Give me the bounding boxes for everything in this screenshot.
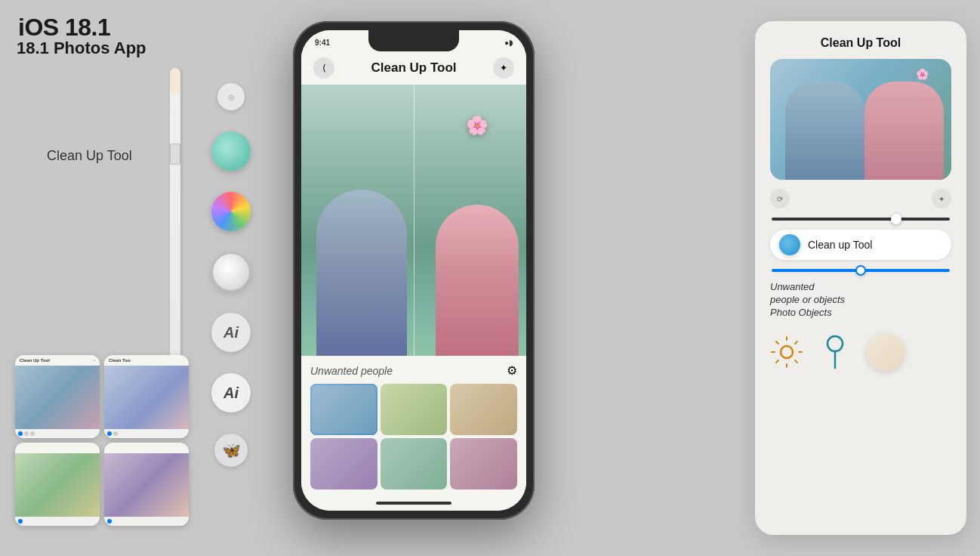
mini-screen-1-photo bbox=[15, 366, 100, 429]
mini-screen-4-bottom bbox=[104, 517, 189, 526]
mini-dot-blue-4 bbox=[107, 519, 112, 524]
left-clean-up-label: Clean Up Tool bbox=[47, 148, 132, 164]
header: iOS 18.1 18.1 Photos App bbox=[14, 14, 146, 58]
tool-sm-icon: ◎ bbox=[228, 93, 235, 101]
thumbnail-2[interactable] bbox=[381, 384, 448, 435]
svg-line-6 bbox=[795, 360, 797, 363]
phone-screen: 9:41 ●◗ ⟨ Clean Up Tool ✦ 🌸 Unwanted peo… bbox=[301, 30, 526, 511]
rp-slider-1-thumb[interactable] bbox=[891, 214, 901, 224]
tool-ai-badge-1[interactable]: Ai bbox=[211, 313, 251, 352]
svg-line-7 bbox=[795, 341, 797, 344]
rp-person-left bbox=[785, 82, 864, 180]
thumbnail-1[interactable] bbox=[310, 384, 378, 435]
rp-bottom-decoration bbox=[867, 333, 904, 371]
mini-screen-2-photo bbox=[104, 366, 189, 429]
svg-point-9 bbox=[827, 336, 843, 351]
thumbnail-5[interactable] bbox=[381, 438, 448, 490]
rp-label-block: Unwanted people or objects Photo Objects bbox=[770, 281, 951, 318]
rp-controls-row: ⟳ ✦ bbox=[770, 189, 951, 208]
person-left-silhouette bbox=[316, 190, 407, 356]
phone-photo-area: 🌸 bbox=[301, 85, 526, 356]
rp-button-icon bbox=[779, 234, 800, 255]
rp-icon-left-symbol: ⟳ bbox=[777, 195, 783, 203]
right-panel-title: Clean Up Tool bbox=[770, 36, 951, 50]
mini-screen-4[interactable] bbox=[104, 443, 189, 526]
rp-icon-left[interactable]: ⟳ bbox=[770, 189, 790, 208]
mini-dot-blue-3 bbox=[18, 519, 23, 524]
status-time: 9:41 bbox=[315, 39, 330, 47]
mini-screen-3-bottom bbox=[15, 517, 100, 526]
rp-icon-row bbox=[770, 327, 951, 371]
thumbnail-4[interactable] bbox=[310, 438, 378, 490]
mini-screen-3[interactable] bbox=[15, 443, 100, 526]
rp-icon-right[interactable]: ✦ bbox=[932, 189, 951, 208]
tool-rainbow-circle[interactable] bbox=[211, 192, 251, 231]
mini-screen-4-header bbox=[104, 443, 189, 453]
mini-2-title: Clean Too bbox=[109, 358, 131, 363]
svg-point-0 bbox=[781, 346, 793, 358]
mini-dot-gray-1 bbox=[24, 431, 29, 436]
mini-dot-blue-2 bbox=[107, 431, 112, 436]
mini-screen-2-header: Clean Too bbox=[104, 355, 189, 366]
rp-slider-1[interactable] bbox=[770, 218, 951, 221]
bottom-label-row: Unwanted people ⚙ bbox=[310, 363, 517, 378]
rp-blue-slider-track bbox=[772, 269, 950, 272]
phone-nav-title: Clean Up Tool bbox=[371, 60, 456, 76]
rp-slider-2[interactable] bbox=[770, 269, 951, 272]
tool-small-circle[interactable]: ◎ bbox=[217, 83, 245, 110]
thumbnail-6[interactable] bbox=[450, 438, 517, 490]
status-icons: ●◗ bbox=[504, 39, 513, 47]
thumbnail-3[interactable] bbox=[450, 384, 517, 435]
nav-action-icon[interactable]: ✦ bbox=[493, 57, 514, 79]
photo-divider-line bbox=[414, 85, 414, 356]
mini-screen-1[interactable]: Clean Up Tool · bbox=[15, 355, 100, 438]
pencil-body bbox=[170, 68, 180, 385]
mini-dot-blue-1 bbox=[18, 431, 23, 436]
home-bar-indicator bbox=[376, 502, 451, 505]
bottom-action-icon[interactable]: ⚙ bbox=[507, 363, 517, 378]
mini-4-title bbox=[109, 446, 110, 450]
mini-3-title bbox=[20, 446, 21, 450]
rp-slider-1-track bbox=[772, 218, 950, 221]
nav-back-icon[interactable]: ⟨ bbox=[313, 57, 334, 79]
mini-1-title: Clean Up Tool bbox=[20, 358, 50, 363]
mini-screen-4-photo bbox=[104, 453, 189, 517]
mini-screen-2-bottom bbox=[104, 429, 189, 438]
phone-home-bar bbox=[301, 496, 526, 511]
phone-notch bbox=[368, 30, 459, 51]
header-row: iOS 18.1 bbox=[14, 14, 146, 42]
svg-line-5 bbox=[776, 341, 778, 344]
person-right-silhouette bbox=[436, 205, 519, 356]
right-panel-people bbox=[770, 82, 951, 180]
pencil-button bbox=[170, 144, 180, 165]
rp-button-label: Clean up Tool bbox=[808, 239, 872, 251]
mini-screen-1-bottom bbox=[15, 429, 100, 438]
pin-icon-container bbox=[821, 333, 849, 371]
tool-teal-circle[interactable] bbox=[211, 131, 251, 171]
mini-screen-1-header: Clean Up Tool · bbox=[15, 355, 100, 366]
app-name-label: 18.1 Photos App bbox=[14, 39, 146, 58]
mini-1-subtitle: · bbox=[94, 358, 95, 363]
mini-dot-gray-3 bbox=[113, 431, 118, 436]
flower-decoration-icon: 🌸 bbox=[466, 115, 488, 136]
right-panel: Clean Up Tool 🌸 ⟳ ✦ Clean up Tool Unwant… bbox=[755, 21, 966, 535]
mini-screen-3-header bbox=[15, 443, 100, 453]
rp-clean-button-row[interactable]: Clean up Tool bbox=[770, 230, 951, 260]
mini-screen-2[interactable]: Clean Too bbox=[104, 355, 189, 438]
mini-screen-3-photo bbox=[15, 453, 100, 517]
sun-icon bbox=[770, 335, 803, 369]
rp-label-2: people or objects bbox=[770, 294, 951, 305]
rp-icon-right-symbol: ✦ bbox=[938, 195, 945, 203]
mini-dot-gray-2 bbox=[30, 431, 35, 436]
tool-gray-circle[interactable] bbox=[211, 252, 251, 292]
phone-nav-bar: ⟨ Clean Up Tool ✦ bbox=[301, 54, 526, 85]
pin-icon bbox=[821, 333, 849, 371]
rp-flower-icon: 🌸 bbox=[916, 68, 929, 80]
tool-ai-badge-2[interactable]: Ai bbox=[211, 373, 251, 412]
tool-butterfly-icon[interactable]: 🦋 bbox=[214, 434, 248, 467]
svg-line-8 bbox=[776, 360, 778, 363]
right-panel-photo: 🌸 bbox=[770, 59, 951, 180]
thumbnails-grid bbox=[310, 384, 517, 490]
phone-bottom-panel: Unwanted people ⚙ bbox=[301, 356, 526, 496]
rp-blue-slider-thumb[interactable] bbox=[855, 265, 866, 276]
